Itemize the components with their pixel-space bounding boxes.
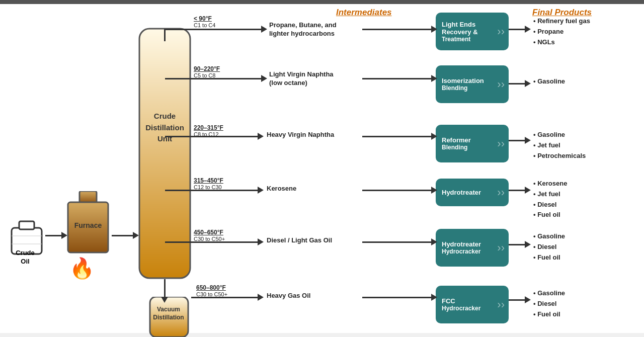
fp-stream4: • Kerosene • Jet fuel • Diesel • Fuel oi… [533, 179, 567, 220]
stream5-labels: 450–650°F C30 to C50+ [194, 229, 225, 242]
process-box-stream3: Reformer Blending ›› [436, 125, 509, 162]
stream5-name: Diesel / Light Gas Oil [267, 236, 332, 245]
stream6-name: Heavy Gas Oil [267, 292, 310, 300]
cdu-to-vac-line [164, 279, 166, 298]
stream2-labels: 90–220°F C5 to C8 [194, 65, 220, 78]
stream1-to-proc-arrow [362, 29, 435, 30]
stream6-arrowhead [258, 294, 264, 301]
stream3-to-proc-arrowhead [431, 133, 437, 140]
fp-stream6: • Gasoline • Diesel • Fuel oil [533, 288, 565, 319]
top-bar [0, 0, 644, 4]
vacuum-label: VacuumDistillation [146, 306, 191, 321]
fp-stream3: • Gasoline • Jet fuel • Petrochemicals [533, 130, 586, 161]
stream2-arrowhead [261, 75, 267, 82]
stream2-name: Light Virgin Naphtha(low octane) [269, 70, 334, 88]
stream4-name: Kerosene [267, 185, 296, 193]
cdu-to-vac-arrowhead [161, 297, 168, 303]
crude-oil-label: CrudeOil [7, 249, 43, 266]
stream3-labels: 220–315°F C8 to C12 [194, 124, 223, 137]
stream4-arrowhead [258, 187, 264, 194]
stream3-name: Heavy Virgin Naphtha [267, 131, 334, 139]
stream4-labels: 315–450°F C12 to C30 [194, 177, 223, 190]
fp-stream2: • Gasoline [533, 76, 565, 87]
intermediates-header: Intermediates [336, 8, 392, 18]
process-box-stream6: FCC Hydrocracker ›› [436, 286, 509, 323]
process-box-stream4: Hydrotreater ›› [436, 179, 509, 206]
stream2-to-proc-arrowhead [431, 75, 437, 82]
process-box-stream1: Light Ends Recovery & Treatment ›› [436, 13, 509, 50]
process-box-stream2: Isomerization Blending ›› [436, 65, 509, 103]
stream1-name: Propane, Butane, andlighter hydrocarbons [269, 21, 360, 38]
stream1-labels: < 90°F C1 to C4 [194, 15, 215, 28]
stream4-proc-to-fp-arrowhead [525, 187, 531, 194]
svg-rect-1 [19, 221, 34, 229]
stream1-vert-line [164, 29, 166, 41]
stream3-to-proc-arrow [362, 136, 435, 137]
cdu-label: CrudeDistillationUnit [138, 111, 191, 145]
stream1-proc-to-fp-arrowhead [525, 26, 531, 33]
stream1-arrowhead [261, 26, 267, 33]
flame-icon: 🔥 [69, 257, 95, 280]
stream6-to-proc-arrowhead [431, 294, 437, 301]
stream5-arrowhead [258, 238, 264, 245]
main-diagram: CrudeOil Furnace 🔥 CrudeDistillationU [0, 0, 644, 333]
stream1-h-line [165, 29, 265, 30]
stream6-to-proc-arrow [362, 297, 435, 298]
stream2-to-proc-arrow [362, 78, 435, 79]
fp-stream5: • Gasoline • Diesel • Fuel oil [533, 231, 565, 263]
stream5-to-proc-arrow [362, 241, 435, 243]
stream3-arrowhead [258, 133, 264, 140]
stream6-proc-to-fp-arrowhead [525, 296, 531, 303]
stream2-cdu-exit [165, 78, 191, 79]
stream5-proc-to-fp-arrowhead [525, 241, 531, 248]
stream2-proc-to-fp-arrowhead [525, 80, 531, 87]
furnace-label: Furnace [65, 221, 111, 229]
stream5-to-proc-arrowhead [431, 238, 437, 245]
stream4-to-proc-arrowhead [431, 187, 437, 194]
fp-stream1: • Refinery fuel gas • Propane • NGLs [533, 16, 590, 47]
stream3-proc-to-fp-arrowhead [525, 137, 531, 144]
process-box-stream5: Hydrotreater Hydrocracker ›› [436, 229, 509, 267]
stream1-to-proc-arrowhead [431, 26, 437, 33]
stream6-labels: 650–800°F C30 to C50+ [196, 284, 227, 297]
stream4-to-proc-arrow [362, 190, 435, 191]
svg-rect-6 [139, 29, 190, 278]
